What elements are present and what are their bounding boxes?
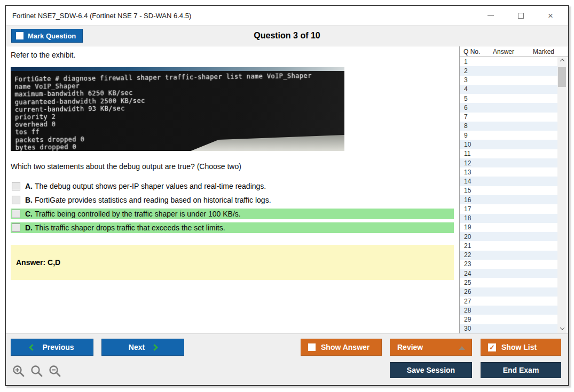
- question-number: 22: [464, 251, 471, 259]
- question-number: 6: [464, 104, 468, 111]
- scroll-down-icon[interactable]: [557, 324, 567, 333]
- question-number: 3: [464, 76, 468, 84]
- question-content: Refer to the exhibit. FortiGate # diagno…: [6, 46, 459, 333]
- question-list-row-3[interactable]: 3: [460, 76, 557, 85]
- exam-app-window: Fortinet NSE7_SDW-6.4 (Fortinet NSE 7 - …: [5, 5, 569, 386]
- question-number: 4: [464, 85, 468, 93]
- question-list-row-18[interactable]: 18: [460, 214, 557, 223]
- question-number: 19: [464, 223, 471, 231]
- question-number: 28: [464, 307, 471, 314]
- zoom-controls: [12, 364, 62, 379]
- close-icon[interactable]: ×: [546, 11, 555, 20]
- question-number: 18: [464, 214, 471, 222]
- question-list-row-7[interactable]: 7: [460, 113, 557, 122]
- show-answer-label: Show Answer: [321, 343, 369, 351]
- question-list-row-21[interactable]: 21: [460, 241, 557, 250]
- question-list-row-23[interactable]: 23: [460, 260, 557, 269]
- question-list-row-26[interactable]: 26: [460, 287, 557, 297]
- column-answer: Answer: [493, 48, 514, 55]
- scrollbar-thumb[interactable]: [558, 67, 566, 87]
- maximize-icon[interactable]: [516, 11, 525, 20]
- question-list-row-12[interactable]: 12: [460, 158, 557, 167]
- show-list-button[interactable]: ✓ Show List: [481, 339, 561, 356]
- question-list-row-13[interactable]: 13: [460, 167, 557, 177]
- option-b[interactable]: B.FortiGate provides statistics and read…: [11, 195, 454, 205]
- question-list-row-29[interactable]: 29: [460, 315, 557, 324]
- option-checkbox-icon[interactable]: [12, 182, 20, 190]
- question-list-row-20[interactable]: 20: [460, 232, 557, 241]
- zoom-reset-icon[interactable]: [30, 364, 44, 379]
- question-number: 10: [464, 141, 471, 148]
- question-list-row-11[interactable]: 11: [460, 149, 557, 158]
- next-button[interactable]: Next: [101, 339, 184, 356]
- question-list-row-4[interactable]: 4: [460, 85, 557, 94]
- question-list-row-17[interactable]: 17: [460, 204, 557, 213]
- question-number: 25: [464, 279, 471, 286]
- show-answer-checkbox-icon[interactable]: [308, 343, 316, 351]
- option-c[interactable]: C.Traffic being controlled by the traffi…: [11, 209, 454, 219]
- end-exam-button[interactable]: End Exam: [481, 362, 561, 378]
- zoom-in-icon[interactable]: [12, 364, 26, 379]
- minimize-icon[interactable]: [486, 11, 496, 20]
- question-list-row-19[interactable]: 19: [460, 223, 557, 232]
- question-list-row-1[interactable]: 1: [460, 57, 557, 66]
- question-rows: 1234567891011121314151617181920212223242…: [460, 57, 557, 333]
- question-number: 17: [464, 205, 471, 213]
- caret-up-icon: [459, 346, 465, 350]
- question-list-row-27[interactable]: 27: [460, 297, 557, 306]
- question-list-row-22[interactable]: 22: [460, 251, 557, 260]
- question-list-row-16[interactable]: 16: [460, 195, 557, 204]
- option-checkbox-icon[interactable]: [12, 196, 20, 204]
- question-list-row-6[interactable]: 6: [460, 103, 557, 112]
- question-list-row-10[interactable]: 10: [460, 140, 557, 149]
- question-number: 16: [464, 196, 471, 204]
- question-number: 11: [464, 150, 470, 157]
- question-list-row-24[interactable]: 24: [460, 269, 557, 278]
- zoom-out-icon[interactable]: [48, 364, 62, 379]
- question-list-row-30[interactable]: 30: [460, 324, 557, 333]
- question-list-scrollbar[interactable]: [557, 57, 567, 333]
- question-number: 21: [464, 242, 471, 250]
- question-list-row-14[interactable]: 14: [460, 177, 557, 186]
- option-checkbox-icon[interactable]: [12, 223, 20, 232]
- scroll-up-icon[interactable]: [557, 58, 567, 66]
- question-number: 9: [464, 132, 468, 139]
- question-header-bar: Mark Question Question 3 of 10: [6, 25, 568, 46]
- chevron-right-icon: [151, 344, 158, 351]
- option-text: A.The debug output shows per-IP shaper v…: [25, 182, 266, 190]
- question-number: 26: [464, 288, 471, 295]
- save-session-button[interactable]: Save Session: [390, 362, 472, 378]
- question-list-row-25[interactable]: 25: [460, 278, 557, 287]
- review-label: Review: [397, 343, 423, 351]
- question-list-row-5[interactable]: 5: [460, 94, 557, 103]
- option-a[interactable]: A.The debug output shows per-IP shaper v…: [11, 181, 454, 191]
- end-exam-label: End Exam: [503, 366, 539, 374]
- previous-label: Previous: [42, 343, 74, 351]
- show-answer-button[interactable]: Show Answer: [301, 339, 382, 356]
- question-list-row-8[interactable]: 8: [460, 122, 557, 131]
- option-d[interactable]: D.This traffic shaper drops traffic that…: [11, 222, 454, 233]
- show-list-label: Show List: [501, 343, 537, 351]
- question-list-row-28[interactable]: 28: [460, 306, 557, 315]
- question-list-row-15[interactable]: 15: [460, 186, 557, 195]
- footer-bar: Previous Next Show Answer Review ✓ Show …: [6, 333, 568, 385]
- mark-question-button[interactable]: Mark Question: [11, 29, 83, 43]
- question-text: Which two statements about the debug out…: [11, 162, 459, 171]
- screen: Fortinet NSE7_SDW-6.4 (Fortinet NSE 7 - …: [0, 0, 574, 392]
- previous-button[interactable]: Previous: [11, 339, 93, 356]
- exhibit-terminal-image: FortiGate # diagnose firewall shaper tra…: [11, 67, 344, 151]
- question-number: 14: [464, 178, 471, 185]
- question-list-row-9[interactable]: 9: [460, 131, 557, 140]
- window-title: Fortinet NSE7_SDW-6.4 (Fortinet NSE 7 - …: [6, 12, 191, 20]
- review-dropdown-button[interactable]: Review: [390, 339, 472, 356]
- next-label: Next: [129, 343, 145, 351]
- question-number: 29: [464, 316, 471, 323]
- option-text: C.Traffic being controlled by the traffi…: [25, 210, 241, 218]
- question-list-row-2[interactable]: 2: [460, 66, 557, 75]
- question-list-panel: Q No. Answer Marked 12345678910111213141…: [459, 46, 568, 333]
- save-session-label: Save Session: [407, 366, 455, 374]
- mark-question-checkbox-icon[interactable]: [16, 32, 23, 39]
- option-checkbox-icon[interactable]: [12, 210, 20, 218]
- question-number: 23: [464, 260, 471, 268]
- show-list-checkbox-icon[interactable]: ✓: [488, 343, 496, 351]
